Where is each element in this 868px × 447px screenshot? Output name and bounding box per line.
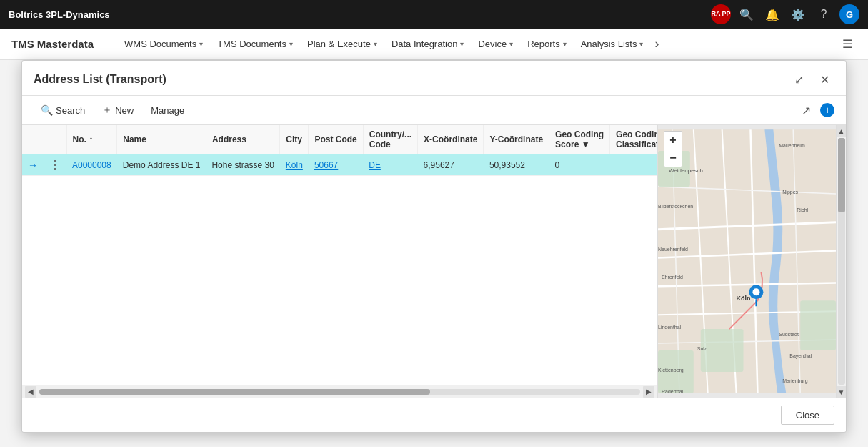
nav-more-icon[interactable]: › (650, 36, 663, 51)
nav-item-analysis-lists[interactable]: Analysis Lists▾ (574, 29, 651, 60)
chevron-down-icon: ▾ (289, 40, 293, 48)
chevron-down-icon: ▾ (460, 40, 464, 48)
top-bar-icons: RA PP 🔍 🔔 ⚙️ ? G (711, 4, 859, 24)
chevron-down-icon: ▾ (374, 40, 377, 48)
search-icon[interactable]: 🔍 (737, 4, 757, 24)
nav-item-reports[interactable]: Reports▾ (520, 29, 574, 60)
top-navbar: Boltrics 3PL-Dynamics RA PP 🔍 🔔 ⚙️ ? G (0, 0, 868, 29)
nav-item-device[interactable]: Device▾ (471, 29, 520, 60)
chevron-down-icon: ▾ (509, 40, 513, 48)
nav-item-plan-execute[interactable]: Plan & Execute▾ (300, 29, 384, 60)
second-navbar: TMS Masterdata WMS Documents▾ TMS Docume… (0, 29, 868, 60)
chevron-down-icon: ▾ (199, 40, 203, 48)
nav-items: WMS Documents▾ TMS Documents▾ Plan & Exe… (117, 29, 838, 60)
chevron-down-icon: ▾ (563, 40, 567, 48)
section-title: TMS Masterdata (11, 38, 94, 50)
nav-item-wms-documents[interactable]: WMS Documents▾ (117, 29, 210, 60)
avatar-badge[interactable]: RA PP (711, 4, 731, 24)
settings-icon[interactable]: ⚙️ (788, 4, 808, 24)
nav-divider (111, 36, 111, 53)
nav-reports-label: Reports (527, 39, 560, 49)
nav-item-data-integration[interactable]: Data Integration▾ (384, 29, 472, 60)
app-title: Boltrics 3PL-Dynamics (9, 9, 704, 20)
user-avatar[interactable]: G (839, 4, 859, 24)
chevron-down-icon: ▾ (639, 40, 643, 48)
nav-item-tms-documents[interactable]: TMS Documents▾ (210, 29, 300, 60)
notification-icon[interactable]: 🔔 (762, 4, 782, 24)
help-icon[interactable]: ? (814, 4, 834, 24)
hamburger-icon[interactable]: ☰ (838, 37, 857, 51)
